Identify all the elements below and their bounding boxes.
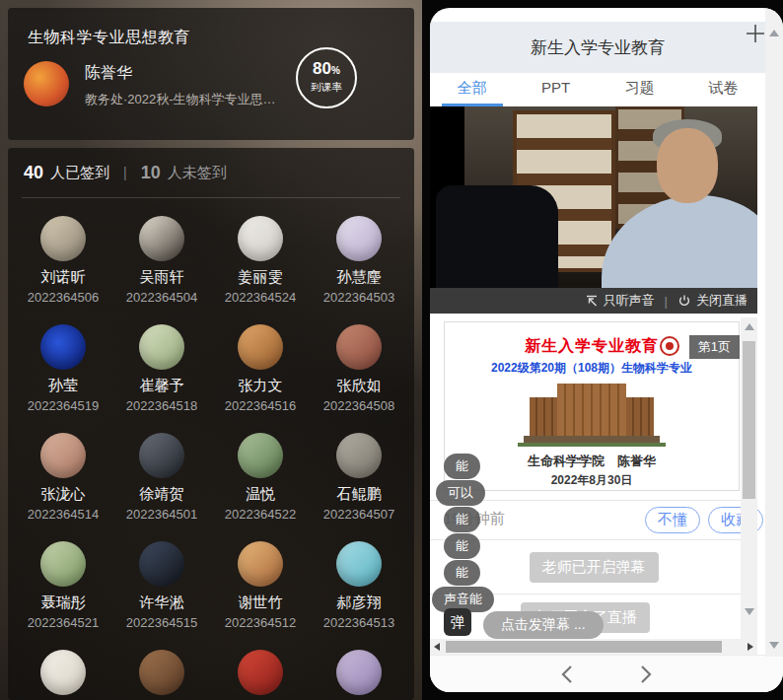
student-card[interactable]: 吴雨轩2022364504 <box>114 216 209 305</box>
previous-page-button[interactable] <box>559 664 575 685</box>
student-card[interactable]: 姜丽雯2022364524 <box>213 216 308 305</box>
danmaku-input[interactable]: 点击发弹幕 ... <box>483 611 604 639</box>
student-name: 许华淞 <box>114 594 209 612</box>
student-name: 姜丽雯 <box>213 268 308 287</box>
tab-label: PPT <box>541 79 570 96</box>
tab-all[interactable]: 全部 <box>430 73 514 106</box>
next-page-button[interactable] <box>638 664 654 685</box>
student-card[interactable]: 张欣如2022364508 <box>312 324 406 413</box>
phone-backdrop: 新生入学专业教育 全部 PPT 习题 试卷 <box>422 0 783 700</box>
collapse-arrow-icon <box>585 294 599 308</box>
unsigned-label: 人未签到 <box>168 164 227 182</box>
building-ground <box>518 443 666 447</box>
ppt-slide-card[interactable]: 新生入学专业教育 2022级第20期（108期）生物科学专业 生命科学学院 陈誉… <box>444 321 740 491</box>
course-header-card: 生物科学专业思想教育 陈誉华 教务处·2022秋-生物科学专业思想… 80% 到… <box>8 8 414 140</box>
scroll-left-icon[interactable] <box>434 643 440 651</box>
close-live-button[interactable]: 关闭直播 <box>677 292 747 310</box>
student-name: 石鲲鹏 <box>312 485 406 504</box>
student-avatar <box>139 433 184 478</box>
audio-only-label: 只听声音 <box>604 292 655 310</box>
teacher-name: 陈誉华 <box>85 63 132 84</box>
student-card[interactable]: 王灿 <box>312 650 406 700</box>
student-card[interactable]: 崔馨予2022364518 <box>114 324 209 413</box>
panel-title: 新生入学专业教育 <box>430 36 765 59</box>
student-card[interactable]: 谢世竹2022364512 <box>213 541 308 630</box>
student-card[interactable]: 许华淞2022364515 <box>114 541 209 630</box>
student-card[interactable]: 徐靖贺2022364501 <box>114 433 209 522</box>
attendance-rate-label: 到课率 <box>298 81 355 95</box>
student-name: 郝彦翔 <box>312 594 406 612</box>
student-avatar <box>336 324 382 370</box>
course-resource-panel: 新生入学专业教育 全部 PPT 习题 试卷 <box>430 8 783 692</box>
scroll-up-icon[interactable] <box>745 323 754 330</box>
tab-bar: 全部 PPT 习题 试卷 <box>430 73 765 106</box>
panel-header: 新生入学专业教育 <box>430 22 765 73</box>
student-name: 聂瑞彤 <box>16 594 110 612</box>
student-name: 吴雨轩 <box>114 268 209 287</box>
scroll-up-icon[interactable] <box>769 30 779 36</box>
student-card[interactable]: 王宇然 <box>213 650 308 700</box>
student-id: 2022364512 <box>213 615 308 630</box>
chevron-left-icon <box>559 664 575 685</box>
building-base <box>524 436 660 443</box>
horizontal-scrollbar[interactable] <box>430 639 757 655</box>
student-card[interactable]: 石鲲鹏2022364507 <box>312 433 406 522</box>
student-avatar <box>40 216 86 261</box>
student-card[interactable]: 刘诺昕2022364506 <box>16 216 110 305</box>
chevron-right-icon <box>638 664 654 685</box>
page-nav-bar <box>430 655 783 692</box>
plus-icon <box>744 22 767 45</box>
university-logo-icon <box>660 336 679 356</box>
outer-vertical-scrollbar[interactable] <box>765 8 783 657</box>
slide-building-image <box>518 384 666 447</box>
student-card[interactable]: 雷城意 <box>16 650 110 700</box>
send-danmaku-button[interactable]: 弹 <box>444 608 471 636</box>
slide-dept-teacher: 生命科学学院 陈誉华 <box>445 453 739 470</box>
control-divider: | <box>665 294 668 309</box>
student-name: 谢世竹 <box>213 594 308 612</box>
student-avatar <box>40 541 86 587</box>
feed-content-area: 新生入学专业教育 2022级第20期（108期）生物科学专业 生命科学学院 陈誉… <box>430 314 757 655</box>
signed-label: 人已签到 <box>50 164 109 182</box>
student-id: 2022364513 <box>312 615 406 630</box>
student-avatar <box>139 650 184 695</box>
students-grid: 刘诺昕2022364506 吴雨轩2022364504 姜丽雯202236452… <box>8 198 414 700</box>
tab-ppt[interactable]: PPT <box>514 73 598 106</box>
student-id: 2022364504 <box>114 290 209 305</box>
student-card[interactable]: 孙莹2022364519 <box>16 324 110 413</box>
student-card[interactable]: 温悦2022364522 <box>213 433 308 522</box>
not-understand-button[interactable]: 不懂 <box>645 507 700 533</box>
student-name: 张泷心 <box>16 485 110 504</box>
student-card[interactable]: 孙慧麈2022364503 <box>312 216 406 305</box>
tab-label: 全部 <box>458 79 487 96</box>
attendance-rate-value: 80 <box>313 59 331 78</box>
scroll-down-icon[interactable] <box>769 642 779 649</box>
danmaku-on-notice: 老师已开启弹幕 <box>530 552 659 583</box>
tab-exams[interactable]: 试卷 <box>681 73 765 106</box>
signed-count: 40 <box>24 163 43 183</box>
student-card[interactable]: 张力文2022364516 <box>213 324 308 413</box>
vertical-scroll-thumb[interactable] <box>743 341 755 499</box>
student-id: 2022364521 <box>16 615 110 630</box>
student-avatar <box>40 650 86 695</box>
student-card[interactable]: 张泷心2022364514 <box>16 433 110 522</box>
course-title: 生物科学专业思想教育 <box>28 28 190 48</box>
scroll-down-icon[interactable] <box>745 608 754 615</box>
student-card[interactable]: 郝彦翔2022364513 <box>312 541 406 630</box>
inner-vertical-scrollbar[interactable] <box>741 317 757 639</box>
student-avatar <box>238 541 283 587</box>
student-avatar <box>336 541 382 587</box>
student-card[interactable]: 聂瑞彤2022364521 <box>16 541 110 630</box>
course-dept-line: 教务处·2022秋-生物科学专业思想… <box>85 91 287 108</box>
horizontal-scroll-thumb[interactable] <box>446 641 722 653</box>
live-video-stream[interactable] <box>430 106 757 288</box>
building-wing <box>626 397 654 439</box>
student-id: 2022364503 <box>312 290 406 305</box>
add-button[interactable] <box>744 22 767 45</box>
student-name: 刘诺昕 <box>16 268 110 287</box>
signin-card: 40 人已签到 | 10 人未签到 刘诺昕2022364506 吴雨轩20223… <box>8 148 414 700</box>
student-card[interactable]: 高艺维 <box>114 650 209 700</box>
audio-only-button[interactable]: 只听声音 <box>585 292 655 310</box>
tab-exercises[interactable]: 习题 <box>598 73 681 106</box>
scroll-right-icon[interactable] <box>747 643 753 651</box>
